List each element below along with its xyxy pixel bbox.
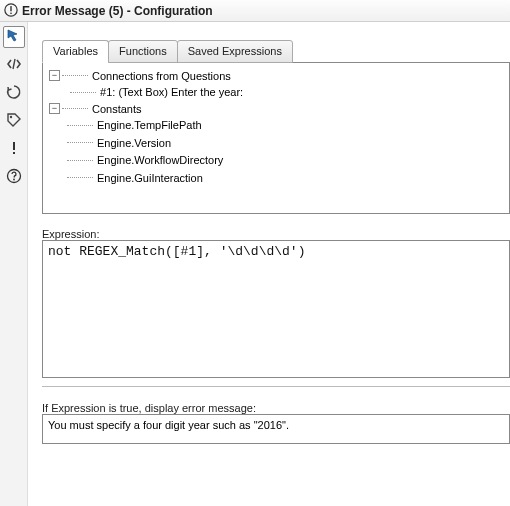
arrow-icon (6, 28, 22, 46)
divider (42, 386, 510, 392)
error-message-input[interactable]: You must specify a four digit year such … (42, 414, 510, 444)
alert-icon (4, 3, 18, 19)
tree-leaf-label[interactable]: Engine.GuiInteraction (97, 172, 203, 184)
expression-input[interactable]: not REGEX_Match([#1], '\d\d\d\d') (42, 240, 510, 378)
tool-button-code[interactable] (3, 54, 25, 76)
svg-rect-6 (13, 152, 15, 154)
tree-leaf-label[interactable]: Engine.WorkflowDirectory (97, 154, 223, 166)
tool-button-arrow[interactable] (3, 26, 25, 48)
refresh-icon (6, 84, 22, 102)
tool-button-tag[interactable] (3, 110, 25, 132)
svg-point-8 (13, 179, 15, 181)
tree-node-label[interactable]: Connections from Questions (92, 70, 231, 82)
tag-icon (6, 112, 22, 130)
tool-strip (0, 22, 28, 506)
tab-functions[interactable]: Functions (108, 40, 178, 63)
tab-variables[interactable]: Variables (42, 40, 109, 63)
title-bar: Error Message (5) - Configuration (0, 0, 510, 22)
config-panel: Variables Functions Saved Expressions − … (28, 22, 510, 506)
tab-saved-expressions[interactable]: Saved Expressions (177, 40, 293, 63)
window-title: Error Message (5) - Configuration (22, 4, 213, 18)
tool-button-help[interactable] (3, 166, 25, 188)
svg-rect-2 (10, 12, 11, 13)
svg-point-4 (9, 116, 11, 118)
tabs: Variables Functions Saved Expressions (42, 40, 510, 63)
alert-small-icon (6, 140, 22, 158)
main-layout: Variables Functions Saved Expressions − … (0, 22, 510, 506)
variables-tree[interactable]: − Connections from Questions #1: (Text B… (42, 62, 510, 214)
tool-button-refresh[interactable] (3, 82, 25, 104)
collapse-icon[interactable]: − (49, 103, 60, 114)
tree-leaf-label[interactable]: Engine.Version (97, 137, 171, 149)
expression-label: Expression: (42, 228, 510, 240)
tree-leaf-label[interactable]: #1: (Text Box) Enter the year: (100, 86, 243, 98)
collapse-icon[interactable]: − (49, 70, 60, 81)
svg-line-3 (13, 59, 15, 69)
tool-button-alert[interactable] (3, 138, 25, 160)
code-icon (6, 56, 22, 74)
tree-node-label[interactable]: Constants (92, 103, 142, 115)
tree-leaf-label[interactable]: Engine.TempFilePath (97, 119, 202, 131)
svg-rect-1 (10, 6, 11, 11)
error-message-label: If Expression is true, display error mes… (42, 402, 510, 414)
svg-rect-5 (13, 142, 15, 150)
help-icon (6, 168, 22, 186)
